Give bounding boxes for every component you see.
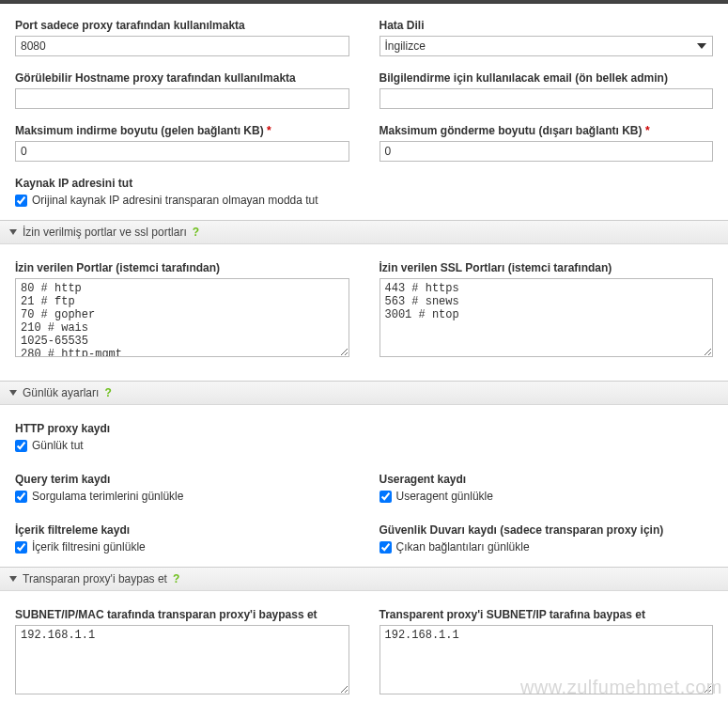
port-label: Port sadece proxy tarafından kullanılmak…	[15, 19, 349, 32]
http-log-checkbox[interactable]	[15, 440, 27, 452]
help-icon[interactable]: ?	[104, 386, 111, 399]
port-input[interactable]	[15, 36, 349, 56]
bypass-from-label: SUBNET/IP/MAC tarafında transparan proxy…	[15, 608, 349, 621]
http-log-checkbox-label: Günlük tut	[32, 439, 84, 452]
allowed-ssl-textarea[interactable]	[379, 278, 714, 357]
allowed-ssl-label: İzin verilen SSL Portları (istemci taraf…	[379, 261, 714, 274]
lang-select[interactable]: İngilizce	[379, 36, 714, 56]
bypass-from-textarea[interactable]	[15, 625, 349, 694]
hostname-input[interactable]	[15, 88, 349, 109]
bypass-to-textarea[interactable]	[379, 625, 714, 694]
email-label: Bilgilendirme için kullanılacak email (ö…	[379, 71, 714, 85]
fw-log-checkbox-label: Çıkan bağlantıları günlükle	[396, 540, 530, 554]
help-icon[interactable]: ?	[193, 226, 199, 239]
chevron-down-icon	[9, 390, 17, 396]
email-input[interactable]	[379, 88, 714, 109]
bypass-to-label: Transparent proxy'i SUBNET/IP tarafına b…	[379, 608, 714, 621]
section-log-header[interactable]: Günlük ayarları ?	[0, 382, 728, 405]
query-log-checkbox[interactable]	[15, 491, 27, 503]
maxdown-input[interactable]	[15, 141, 349, 162]
srcip-checkbox[interactable]	[15, 195, 27, 207]
fw-log-checkbox[interactable]	[379, 541, 392, 554]
content-log-checkbox[interactable]	[15, 541, 27, 554]
query-log-label: Query terim kaydı	[15, 473, 349, 486]
content-log-label: İçerik filtreleme kaydı	[15, 523, 349, 537]
fw-log-label: Güvenlik Duvarı kaydı (sadece transparan…	[379, 523, 714, 537]
lang-label: Hata Dili	[379, 19, 714, 32]
maxup-input[interactable]	[379, 141, 714, 162]
srcip-heading: Kaynak IP adresini tut	[15, 177, 349, 190]
section-log-title: Günlük ayarları	[23, 386, 99, 399]
section-ports-header[interactable]: İzin verilmiş portlar ve ssl portları ?	[0, 221, 728, 244]
section-ports-title: İzin verilmiş portlar ve ssl portları	[23, 226, 187, 239]
query-log-checkbox-label: Sorgulama terimlerini günlükle	[32, 490, 183, 503]
allowed-ports-label: İzin verilen Portlar (istemci tarafından…	[15, 261, 349, 274]
help-icon[interactable]: ?	[173, 572, 179, 585]
section-bypass-header[interactable]: Transparan proxy'i baypas et ?	[0, 568, 728, 591]
section-bypass-title: Transparan proxy'i baypas et	[23, 572, 167, 585]
maxdown-label: Maksimum indirme boyutu (gelen bağlantı …	[15, 124, 349, 137]
chevron-down-icon	[9, 229, 17, 235]
srcip-checkbox-label: Orijinal kaynak IP adresini transparan o…	[32, 194, 318, 207]
ua-log-checkbox[interactable]	[379, 491, 392, 503]
http-log-label: HTTP proxy kaydı	[15, 422, 349, 435]
maxup-label: Maksimum gönderme boyutu (dışarı bağlant…	[379, 124, 714, 137]
hostname-label: Görülebilir Hostname proxy tarafından ku…	[15, 71, 349, 85]
chevron-down-icon	[9, 576, 17, 582]
ua-log-label: Useragent kaydı	[379, 473, 714, 486]
allowed-ports-textarea[interactable]	[15, 278, 349, 357]
ua-log-checkbox-label: Useragent günlükle	[396, 490, 493, 503]
content-log-checkbox-label: İçerik filtresini günlükle	[32, 540, 146, 554]
